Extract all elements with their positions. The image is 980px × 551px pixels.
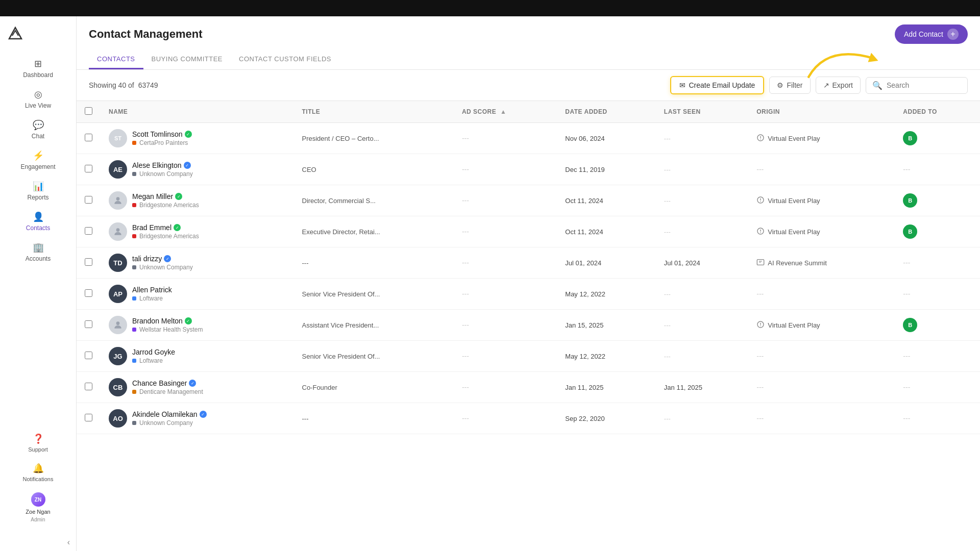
- row-checkbox[interactable]: [85, 227, 92, 235]
- ad-score-cell: ---: [454, 403, 557, 434]
- sidebar-collapse-button[interactable]: ‹: [0, 534, 76, 551]
- contact-name-text[interactable]: Alese Elkington✓: [132, 161, 193, 169]
- sidebar-item-user[interactable]: ZN Zoe Ngan Admin: [0, 487, 76, 528]
- contact-name-cell: CBChance Basinger✓Denticare Management: [101, 372, 294, 403]
- contact-title-cell: Executive Director, Retai...: [294, 216, 454, 247]
- green-badge-icon: ✓: [185, 131, 192, 138]
- select-all-checkbox[interactable]: [85, 107, 92, 115]
- tab-contacts[interactable]: CONTACTS: [89, 50, 143, 69]
- add-contact-button[interactable]: Add Contact +: [895, 24, 968, 44]
- row-checkbox[interactable]: [85, 352, 92, 359]
- row-checkbox[interactable]: [85, 383, 92, 390]
- search-input[interactable]: [887, 81, 958, 89]
- table-row: Brad Emmel✓Bridgestone AmericasExecutive…: [77, 216, 980, 247]
- search-box[interactable]: 🔍: [866, 77, 968, 94]
- avatar: JG: [109, 347, 127, 365]
- contact-name-text[interactable]: Megan Miller✓: [132, 192, 199, 201]
- sidebar-item-label: Engagement: [20, 163, 55, 170]
- row-checkbox[interactable]: [85, 165, 92, 172]
- row-checkbox[interactable]: [85, 414, 92, 421]
- contact-name-cell: Brandon Melton✓Wellstar Health System: [101, 310, 294, 341]
- sidebar-item-support[interactable]: ❓ Support: [0, 428, 76, 458]
- tab-contact-custom-fields[interactable]: CONTACT CUSTOM FIELDS: [231, 50, 339, 69]
- contact-name-cell: TDtali drizzy✓Unknown Company: [101, 247, 294, 279]
- date-added-cell: Nov 06, 2024: [557, 123, 656, 154]
- contact-name-text[interactable]: tali drizzy✓: [132, 255, 193, 263]
- ad-score-cell: ---: [454, 216, 557, 247]
- create-email-update-button[interactable]: ✉ Create Email Update: [670, 76, 764, 94]
- ad-score-cell: ---: [454, 372, 557, 403]
- contact-title-cell: Senior Vice President Of...: [294, 341, 454, 372]
- avatar: ST: [109, 129, 127, 147]
- col-added-to: ADDED TO: [895, 101, 980, 123]
- contact-title-cell: ---: [294, 403, 454, 434]
- added-to-cell: ---: [895, 154, 980, 185]
- added-to-cell: B: [895, 185, 980, 216]
- toolbar-actions: ✉ Create Email Update ⚙ Filter ↗ Export …: [670, 76, 968, 94]
- table-row: TDtali drizzy✓Unknown Company------Jul 0…: [77, 247, 980, 279]
- ad-score-cell: ---: [454, 310, 557, 341]
- row-checkbox[interactable]: [85, 196, 92, 204]
- sidebar-item-contacts[interactable]: 👤 Contacts: [0, 206, 76, 237]
- contact-name-text[interactable]: Brandon Melton✓: [132, 317, 203, 325]
- contact-title-cell: ---: [294, 247, 454, 279]
- page-title: Contact Management: [89, 28, 202, 41]
- row-checkbox-cell: [77, 341, 101, 372]
- contact-name-text[interactable]: Brad Emmel✓: [132, 223, 199, 232]
- date-added-cell: Jan 15, 2025: [557, 310, 656, 341]
- sidebar-item-chat[interactable]: 💬 Chat: [0, 114, 76, 145]
- row-checkbox[interactable]: [85, 320, 92, 328]
- origin-icon: [756, 196, 765, 206]
- sidebar-item-accounts[interactable]: 🏢 Accounts: [0, 237, 76, 267]
- row-checkbox[interactable]: [85, 134, 92, 141]
- avatar: [109, 191, 127, 210]
- date-added-cell: Jan 11, 2025: [557, 372, 656, 403]
- tab-label: CONTACT CUSTOM FIELDS: [239, 55, 331, 63]
- blue-badge-icon: ✓: [200, 411, 207, 418]
- export-button[interactable]: ↗ Export: [816, 77, 861, 94]
- added-to-cell: ---: [895, 372, 980, 403]
- sidebar-item-notifications[interactable]: 🔔 Notifications: [0, 458, 76, 487]
- contact-name-text[interactable]: Chance Basinger✓: [132, 379, 203, 387]
- contact-name-cell: STScott Tomlinson✓CertaPro Painters: [101, 123, 294, 154]
- date-added-cell: Oct 11, 2024: [557, 216, 656, 247]
- filter-button[interactable]: ⚙ Filter: [769, 77, 810, 94]
- sidebar-item-label: Dashboard: [23, 71, 53, 79]
- top-bar: [0, 0, 980, 16]
- select-all-header[interactable]: [77, 101, 101, 123]
- col-ad-score[interactable]: AD SCORE ▲: [454, 101, 557, 123]
- sidebar-item-reports[interactable]: 📊 Reports: [0, 176, 76, 206]
- table-header-row: NAME TITLE AD SCORE ▲ DATE ADDED: [77, 101, 980, 123]
- row-checkbox[interactable]: [85, 258, 92, 266]
- contact-title-cell: Co-Founder: [294, 372, 454, 403]
- ad-score-cell: ---: [454, 341, 557, 372]
- row-checkbox-cell: [77, 403, 101, 434]
- sidebar-item-dashboard[interactable]: ⊞ Dashboard: [0, 53, 76, 84]
- green-badge-icon: ✓: [174, 224, 181, 231]
- blue-badge-icon: ✓: [184, 162, 191, 169]
- row-checkbox-cell: [77, 279, 101, 310]
- sidebar-item-live-view[interactable]: ◎ Live View: [0, 84, 76, 114]
- last-seen-cell: ---: [656, 341, 748, 372]
- sidebar-item-engagement[interactable]: ⚡ Engagement: [0, 145, 76, 176]
- row-checkbox[interactable]: [85, 289, 92, 297]
- avatar: AP: [109, 285, 127, 303]
- contact-name-text[interactable]: Akindele Olamilekan✓: [132, 410, 207, 418]
- tab-buying-committee[interactable]: BUYING COMMITTEE: [143, 50, 231, 69]
- company-color-dot: [132, 172, 136, 176]
- contact-cell: STScott Tomlinson✓CertaPro Painters: [109, 129, 286, 147]
- blue-badge-icon: ✓: [189, 380, 196, 387]
- company-color-dot: [132, 265, 136, 269]
- col-title: TITLE: [294, 101, 454, 123]
- blue-badge-icon: ✓: [164, 255, 171, 262]
- avatar: [109, 316, 127, 334]
- contact-name-text[interactable]: Scott Tomlinson✓: [132, 130, 192, 138]
- sidebar: ⊞ Dashboard ◎ Live View 💬 Chat ⚡ Engagem…: [0, 16, 77, 551]
- add-contact-label: Add Contact: [904, 30, 943, 38]
- filter-label: Filter: [787, 81, 802, 89]
- contact-info: Brad Emmel✓Bridgestone Americas: [132, 223, 199, 240]
- logo[interactable]: [0, 20, 76, 53]
- contact-name-text[interactable]: Jarrod Goyke: [132, 348, 175, 356]
- contact-name-text[interactable]: Allen Patrick: [132, 286, 172, 294]
- page-header: Contact Management Add Contact + CONTACT…: [77, 16, 980, 70]
